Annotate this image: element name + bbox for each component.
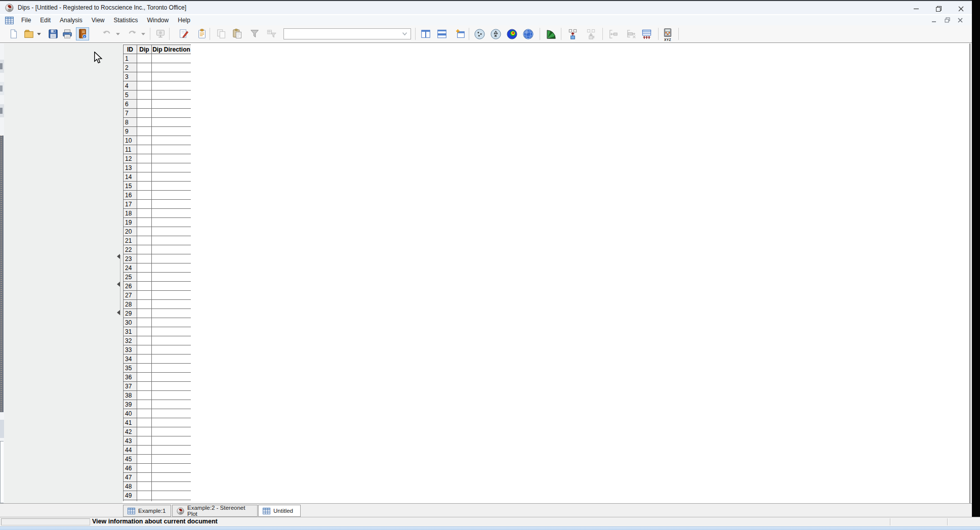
row-id-cell[interactable]: 9 (124, 127, 137, 136)
save-button[interactable] (47, 27, 60, 40)
dip-direction-cell[interactable] (152, 136, 191, 145)
dip-cell[interactable] (137, 500, 152, 502)
dip-direction-cell[interactable] (152, 163, 191, 172)
row-id-cell[interactable]: 30 (124, 318, 137, 327)
dip-cell[interactable] (137, 172, 152, 182)
dip-cell[interactable] (137, 191, 152, 200)
dip-direction-cell[interactable] (152, 182, 191, 191)
dip-cell[interactable] (137, 154, 152, 163)
row-id-cell[interactable]: 44 (124, 446, 137, 455)
row-id-cell[interactable]: 50 (124, 500, 137, 502)
dip-cell[interactable] (137, 109, 152, 118)
row-id-cell[interactable]: 32 (124, 336, 137, 345)
dip-direction-cell[interactable] (152, 63, 191, 72)
dip-cell[interactable] (137, 118, 152, 127)
dip-cell[interactable] (137, 391, 152, 400)
row-id-cell[interactable]: 26 (124, 282, 137, 291)
dip-cell[interactable] (137, 263, 152, 273)
toolbar-combobox[interactable] (283, 28, 411, 39)
dip-direction-cell[interactable] (152, 145, 191, 154)
row-id-cell[interactable]: 29 (124, 309, 137, 318)
open-file-dropdown-icon[interactable] (36, 31, 42, 36)
dip-direction-cell[interactable] (152, 336, 191, 345)
menu-file[interactable]: File (17, 16, 35, 25)
splitter-collapse-arrow[interactable] (117, 310, 120, 315)
row-id-cell[interactable]: 7 (124, 109, 137, 118)
dip-direction-cell[interactable] (152, 127, 191, 136)
dip-cell[interactable] (137, 364, 152, 373)
row-id-cell[interactable]: 23 (124, 254, 137, 263)
dip-cell[interactable] (137, 209, 152, 218)
dip-cell[interactable] (137, 400, 152, 409)
document-tab-example-2-stereonet-plot[interactable]: Example:2 - Stereonet Plot (172, 505, 258, 517)
row-id-cell[interactable]: 6 (124, 100, 137, 109)
dip-cell[interactable] (137, 145, 152, 154)
row-id-cell[interactable]: 47 (124, 473, 137, 482)
dip-cell[interactable] (137, 182, 152, 191)
row-id-cell[interactable]: 49 (124, 491, 137, 500)
dip-direction-cell[interactable] (152, 455, 191, 464)
row-id-cell[interactable]: 12 (124, 154, 137, 163)
row-id-cell[interactable]: 27 (124, 291, 137, 300)
dip-cell[interactable] (137, 81, 152, 91)
dip-direction-cell[interactable] (152, 464, 191, 473)
contour-plot-button[interactable] (505, 27, 518, 40)
dip-cell[interactable] (137, 273, 152, 282)
dip-direction-cell[interactable] (152, 300, 191, 309)
xyz-calculator-button[interactable] (661, 27, 674, 38)
row-id-cell[interactable]: 42 (124, 427, 137, 436)
minimize-button[interactable] (905, 2, 927, 15)
row-id-cell[interactable]: 22 (124, 245, 137, 254)
menu-statistics[interactable]: Statistics (109, 16, 143, 25)
child-minimize-button[interactable] (929, 16, 938, 24)
row-id-cell[interactable]: 4 (124, 81, 137, 91)
dip-direction-cell[interactable] (152, 273, 191, 282)
dip-cell[interactable] (137, 236, 152, 245)
dip-direction-cell[interactable] (152, 72, 191, 81)
dip-cell[interactable] (137, 163, 152, 172)
dip-cell[interactable] (137, 300, 152, 309)
open-file-button[interactable] (22, 27, 35, 40)
dip-cell[interactable] (137, 464, 152, 473)
row-id-cell[interactable]: 43 (124, 436, 137, 446)
dip-cell[interactable] (137, 127, 152, 136)
row-id-cell[interactable]: 1 (124, 54, 137, 63)
splitter-collapse-arrow[interactable] (117, 254, 120, 259)
dip-cell[interactable] (137, 409, 152, 418)
report-clipboard-button[interactable] (195, 27, 209, 40)
dip-cell[interactable] (137, 373, 152, 382)
dip-direction-cell[interactable] (152, 218, 191, 227)
filter-data-button[interactable] (248, 27, 261, 40)
dip-direction-cell[interactable] (152, 263, 191, 273)
row-id-cell[interactable]: 13 (124, 163, 137, 172)
restore-button[interactable] (927, 2, 950, 15)
dip-direction-cell[interactable] (152, 345, 191, 355)
dip-direction-cell[interactable] (152, 245, 191, 254)
dip-direction-cell[interactable] (152, 327, 191, 336)
dip-direction-cell[interactable] (152, 427, 191, 436)
row-id-cell[interactable]: 2 (124, 63, 137, 72)
dip-direction-cell[interactable] (152, 91, 191, 100)
dip-direction-cell[interactable] (152, 100, 191, 109)
dip-direction-cell[interactable] (152, 191, 191, 200)
dip-cell[interactable] (137, 245, 152, 254)
menu-window[interactable]: Window (143, 16, 174, 25)
scatter-plot-button[interactable] (489, 27, 502, 40)
dip-direction-cell[interactable] (152, 282, 191, 291)
dip-cell[interactable] (137, 91, 152, 100)
row-id-cell[interactable]: 24 (124, 263, 137, 273)
dip-direction-cell[interactable] (152, 491, 191, 500)
row-id-cell[interactable]: 3 (124, 72, 137, 81)
dip-cell[interactable] (137, 254, 152, 263)
dip-cell[interactable] (137, 491, 152, 500)
menu-view[interactable]: View (87, 16, 109, 25)
dip-direction-cell[interactable] (152, 54, 191, 63)
dip-cell[interactable] (137, 227, 152, 236)
dip-cell[interactable] (137, 63, 152, 72)
dip-cell[interactable] (137, 382, 152, 391)
column-header-dip-direction[interactable]: Dip Direction (152, 45, 191, 54)
dip-direction-cell[interactable] (152, 154, 191, 163)
row-id-cell[interactable]: 20 (124, 227, 137, 236)
add-set-window-button[interactable] (566, 27, 579, 40)
row-id-cell[interactable]: 41 (124, 418, 137, 427)
